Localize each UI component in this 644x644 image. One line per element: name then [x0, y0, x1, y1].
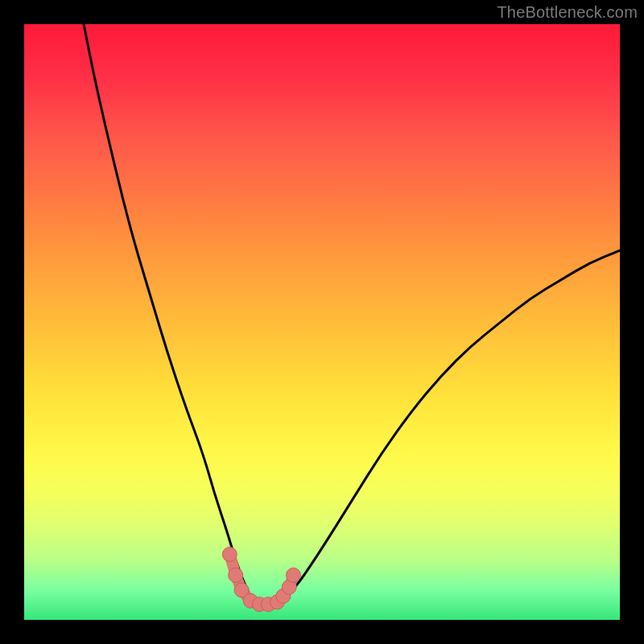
bottleneck-chart	[24, 24, 620, 620]
optimal-range-marker	[222, 547, 237, 562]
watermark-text: TheBottleneck.com	[497, 3, 638, 22]
chart-frame: TheBottleneck.com	[0, 0, 644, 644]
optimal-range-marker	[286, 568, 300, 583]
curve-path	[84, 24, 620, 602]
plot-area	[24, 24, 620, 620]
optimal-range-marker	[229, 568, 243, 583]
